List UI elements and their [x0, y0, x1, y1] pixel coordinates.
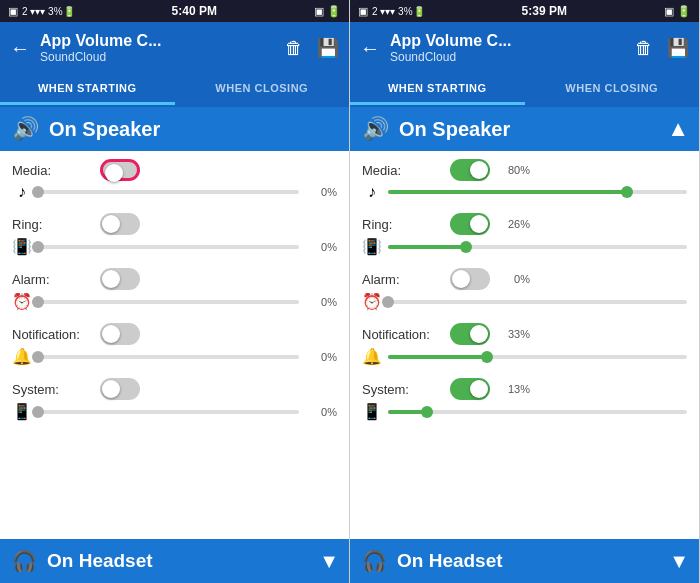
section-title: On Speaker: [399, 118, 687, 141]
slider-track-4[interactable]: [388, 410, 687, 414]
slider-track-0[interactable]: [38, 190, 299, 194]
headset-icon: 🎧: [362, 549, 387, 573]
volume-row-top-4: System:13%: [362, 378, 687, 400]
header-icons: 🗑 💾: [635, 37, 689, 59]
phone-panel-right: ▣ 2 ▾▾▾ 3%🔋5:39 PM▣ 🔋 ← App Volume C... …: [350, 0, 700, 583]
volume-label-0: Media:: [12, 163, 92, 178]
toggle-4[interactable]: [450, 378, 490, 400]
tab-0[interactable]: WHEN STARTING: [0, 74, 175, 105]
vol-icon-4: 📱: [12, 402, 32, 421]
save-button[interactable]: 💾: [317, 37, 339, 59]
toggle-0[interactable]: [100, 159, 140, 181]
status-icon-notification: ▣: [8, 5, 18, 18]
slider-track-1[interactable]: [388, 245, 687, 249]
section-header-headset[interactable]: 🎧 On Headset ▼: [0, 539, 349, 583]
vol-icon-0: ♪: [362, 183, 382, 201]
volume-percent-1: 26%: [498, 218, 530, 230]
slider-row-4: 📱: [362, 400, 687, 423]
vol-icon-0: ♪: [12, 183, 32, 201]
section-header-speaker[interactable]: 🔊 On Speaker: [0, 107, 349, 151]
status-bar: ▣ 2 ▾▾▾ 3%🔋5:39 PM▣ 🔋: [350, 0, 699, 22]
app-header: ← App Volume C... SoundCloud 🗑 💾: [350, 22, 699, 74]
slider-row-1: 📳: [362, 235, 687, 258]
volume-item-1: Ring:26%📳: [350, 209, 699, 262]
volume-row-top-0: Media:: [12, 159, 337, 181]
headset-arrow: ▼: [319, 550, 339, 573]
status-bar: ▣ 2 ▾▾▾ 3%🔋5:40 PM▣ 🔋: [0, 0, 349, 22]
status-icon-right: ▣ 🔋: [664, 5, 691, 18]
volume-item-0: Media:80%♪: [350, 155, 699, 207]
headset-icon: 🎧: [12, 549, 37, 573]
volume-row-top-4: System:: [12, 378, 337, 400]
status-icon-notification: ▣: [358, 5, 368, 18]
section-title: On Speaker: [49, 118, 337, 141]
vol-icon-2: ⏰: [12, 292, 32, 311]
volume-percent-2: 0%: [498, 273, 530, 285]
volume-item-0: Media:♪0%: [0, 155, 349, 207]
status-time: 5:39 PM: [522, 4, 567, 18]
slider-track-4[interactable]: [38, 410, 299, 414]
phone-panel-left: ▣ 2 ▾▾▾ 3%🔋5:40 PM▣ 🔋 ← App Volume C... …: [0, 0, 350, 583]
status-signal: 2 ▾▾▾ 3%🔋: [22, 6, 75, 17]
slider-row-0: ♪0%: [12, 181, 337, 203]
status-right: ▣ 🔋: [664, 5, 691, 18]
volume-percent-left-1: 0%: [305, 241, 337, 253]
app-header: ← App Volume C... SoundCloud 🗑 💾: [0, 22, 349, 74]
status-left: ▣ 2 ▾▾▾ 3%🔋: [8, 5, 75, 18]
toggle-1[interactable]: [450, 213, 490, 235]
status-time: 5:40 PM: [172, 4, 217, 18]
headset-title: On Headset: [47, 550, 337, 572]
volume-label-1: Ring:: [12, 217, 92, 232]
volume-row-top-2: Alarm:: [12, 268, 337, 290]
slider-row-4: 📱0%: [12, 400, 337, 423]
vol-icon-3: 🔔: [362, 347, 382, 366]
tab-0[interactable]: WHEN STARTING: [350, 74, 525, 105]
slider-track-3[interactable]: [38, 355, 299, 359]
headset-arrow: ▼: [669, 550, 689, 573]
slider-row-1: 📳0%: [12, 235, 337, 258]
slider-row-3: 🔔0%: [12, 345, 337, 368]
volume-item-1: Ring:📳0%: [0, 209, 349, 262]
tab-1[interactable]: WHEN CLOSING: [175, 74, 350, 105]
slider-track-2[interactable]: [38, 300, 299, 304]
volume-label-4: System:: [362, 382, 442, 397]
section-arrow: ▲: [667, 116, 689, 142]
status-left: ▣ 2 ▾▾▾ 3%🔋: [358, 5, 425, 18]
toggle-2[interactable]: [450, 268, 490, 290]
section-header-headset[interactable]: 🎧 On Headset ▼: [350, 539, 699, 583]
volume-percent-left-0: 0%: [305, 186, 337, 198]
header-title-area: App Volume C... SoundCloud: [390, 32, 625, 64]
slider-track-2[interactable]: [388, 300, 687, 304]
back-button[interactable]: ←: [360, 37, 380, 60]
app-subtitle: SoundCloud: [390, 50, 625, 64]
save-button[interactable]: 💾: [667, 37, 689, 59]
slider-track-1[interactable]: [38, 245, 299, 249]
back-button[interactable]: ←: [10, 37, 30, 60]
volume-percent-left-2: 0%: [305, 296, 337, 308]
speaker-icon: 🔊: [362, 116, 389, 142]
headset-title: On Headset: [397, 550, 687, 572]
slider-track-0[interactable]: [388, 190, 687, 194]
slider-row-0: ♪: [362, 181, 687, 203]
toggle-1[interactable]: [100, 213, 140, 235]
tab-1[interactable]: WHEN CLOSING: [525, 74, 700, 105]
section-header-speaker[interactable]: 🔊 On Speaker ▲: [350, 107, 699, 151]
delete-button[interactable]: 🗑: [635, 38, 653, 59]
app-title: App Volume C...: [40, 32, 200, 50]
toggle-0[interactable]: [450, 159, 490, 181]
slider-track-3[interactable]: [388, 355, 687, 359]
volume-item-4: System:📱0%: [0, 374, 349, 427]
slider-row-3: 🔔: [362, 345, 687, 368]
toggle-3[interactable]: [100, 323, 140, 345]
volume-label-3: Notification:: [362, 327, 442, 342]
volume-items-container: Media:♪0%Ring:📳0%Alarm:⏰0%Notification:🔔…: [0, 151, 349, 539]
speaker-icon: 🔊: [12, 116, 39, 142]
vol-icon-1: 📳: [12, 237, 32, 256]
volume-label-4: System:: [12, 382, 92, 397]
delete-button[interactable]: 🗑: [285, 38, 303, 59]
toggle-3[interactable]: [450, 323, 490, 345]
status-signal: 2 ▾▾▾ 3%🔋: [372, 6, 425, 17]
volume-percent-4: 13%: [498, 383, 530, 395]
toggle-2[interactable]: [100, 268, 140, 290]
toggle-4[interactable]: [100, 378, 140, 400]
